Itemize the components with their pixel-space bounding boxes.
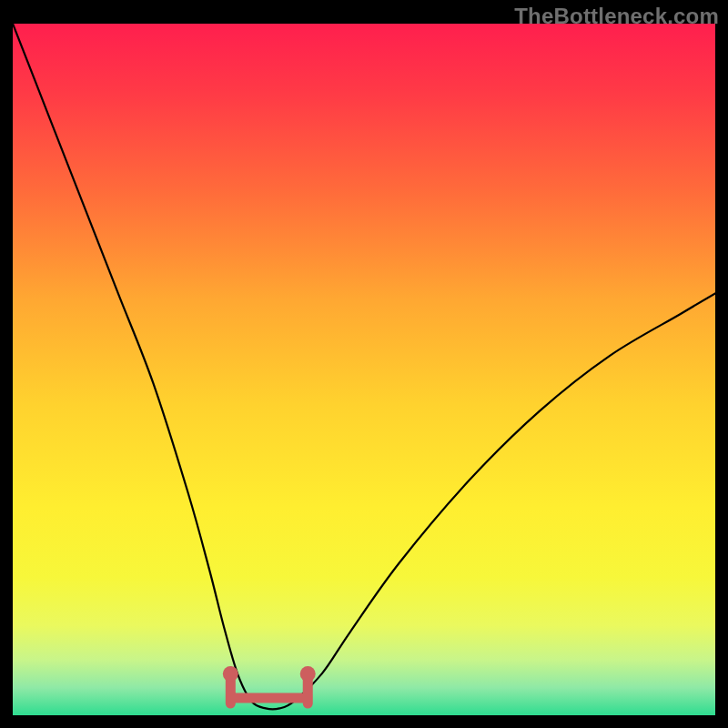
watermark-text: TheBottleneck.com: [514, 4, 719, 29]
chart-frame: TheBottleneck.com: [0, 0, 728, 728]
svg-point-0: [223, 666, 238, 682]
plot-area: [13, 24, 715, 715]
svg-point-1: [300, 666, 316, 682]
chart-svg: [13, 24, 715, 715]
